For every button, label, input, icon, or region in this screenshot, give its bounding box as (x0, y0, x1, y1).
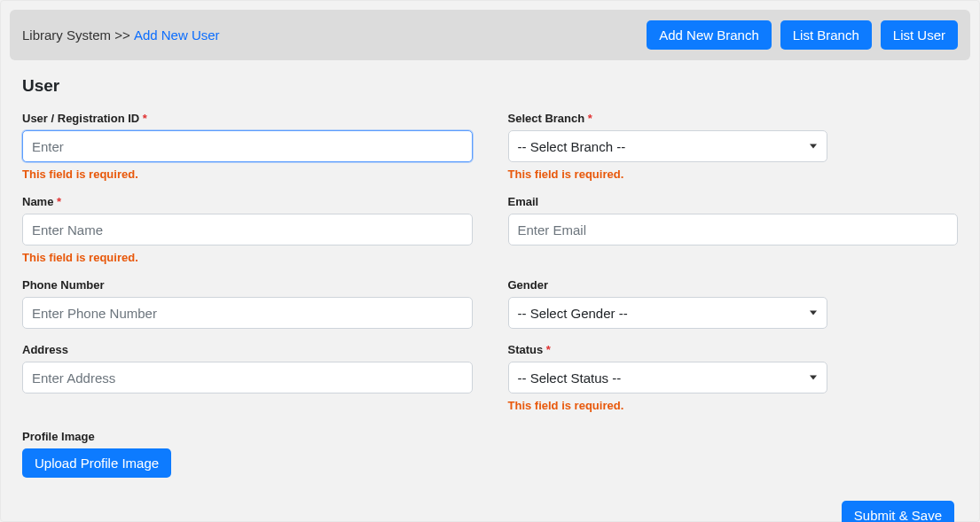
status-dropdown[interactable]: -- Select Status -- (508, 362, 827, 393)
status-group: Status * -- Select Status -- This field … (508, 343, 959, 412)
name-input[interactable] (22, 214, 473, 245)
phone-label: Phone Number (22, 278, 473, 292)
registration-id-label: User / Registration ID * (22, 112, 473, 125)
status-error: This field is required. (508, 399, 959, 412)
email-input[interactable] (508, 214, 959, 245)
page-title: User (22, 76, 958, 96)
select-branch-dropdown[interactable]: -- Select Branch -- (508, 130, 827, 162)
registration-id-label-text: User / Registration ID (22, 112, 139, 125)
header-bar: Library System >> Add New User Add New B… (10, 10, 970, 60)
required-mark: * (57, 195, 61, 208)
registration-id-group: User / Registration ID * This field is r… (22, 112, 473, 181)
select-branch-group: Select Branch * -- Select Branch -- This… (508, 112, 959, 181)
gender-label: Gender (508, 278, 959, 292)
phone-group: Phone Number (22, 278, 473, 329)
add-new-branch-button[interactable]: Add New Branch (647, 20, 772, 50)
registration-id-error: This field is required. (22, 168, 473, 181)
list-user-button[interactable]: List User (881, 20, 958, 50)
status-label: Status * (508, 343, 959, 356)
status-label-text: Status (508, 343, 544, 356)
address-group: Address (22, 343, 473, 412)
name-error: This field is required. (22, 251, 473, 264)
gender-value: -- Select Gender -- (518, 306, 628, 321)
required-mark: * (143, 112, 147, 125)
submit-save-button[interactable]: Submit & Save (842, 501, 954, 522)
header-buttons: Add New Branch List Branch List User (647, 20, 958, 50)
email-group: Email (508, 195, 959, 264)
name-group: Name * This field is required. (22, 195, 473, 264)
status-value: -- Select Status -- (518, 370, 622, 386)
select-branch-error: This field is required. (508, 168, 959, 181)
breadcrumb-separator: >> (114, 27, 130, 43)
select-branch-value: -- Select Branch -- (518, 139, 626, 154)
phone-input[interactable] (22, 297, 473, 329)
required-mark: * (546, 343, 551, 356)
select-branch-label: Select Branch * (508, 112, 959, 125)
profile-image-label: Profile Image (22, 430, 473, 443)
select-branch-label-text: Select Branch (508, 112, 585, 125)
registration-id-input[interactable] (22, 130, 473, 162)
breadcrumb: Library System >> Add New User (22, 27, 220, 43)
name-label-text: Name (22, 195, 53, 208)
address-input[interactable] (22, 362, 473, 393)
address-label: Address (22, 343, 473, 356)
name-label: Name * (22, 195, 473, 208)
gender-group: Gender -- Select Gender -- (508, 278, 959, 329)
breadcrumb-root[interactable]: Library System (22, 27, 111, 43)
gender-dropdown[interactable]: -- Select Gender -- (508, 297, 827, 329)
profile-image-group: Profile Image Upload Profile Image (22, 430, 473, 478)
list-branch-button[interactable]: List Branch (780, 20, 872, 50)
upload-profile-image-button[interactable]: Upload Profile Image (22, 448, 171, 478)
breadcrumb-current[interactable]: Add New User (134, 27, 220, 43)
required-mark: * (588, 112, 592, 125)
email-label: Email (508, 195, 959, 208)
